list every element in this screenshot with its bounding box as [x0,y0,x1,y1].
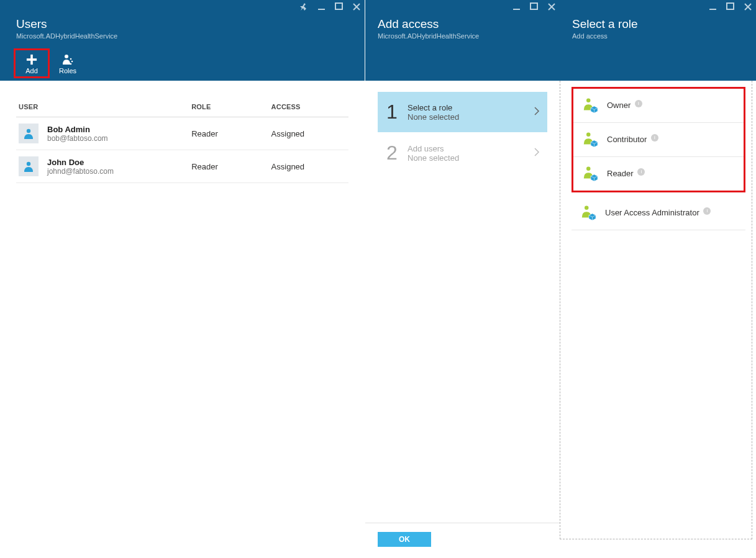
add-label: Add [25,67,38,74]
users-toolbar: Add Roles [0,46,365,81]
role-icon [582,97,598,114]
user-role: Reader [189,117,268,150]
step-number: 2 [386,142,408,164]
blade-title: Users [16,17,353,31]
blade-subtitle: Microsoft.ADHybridHealthService [365,32,560,81]
role-label: Contributor [607,135,647,144]
roles-label: Roles [59,67,76,74]
window-controls [365,0,560,14]
info-icon[interactable]: i [703,207,711,215]
avatar [19,124,39,143]
role-user-access-admin[interactable]: User Access Administrator i [572,196,745,230]
plus-icon [26,52,37,67]
info-icon[interactable]: i [635,100,642,107]
maximize-icon[interactable] [530,2,539,11]
role-reader[interactable]: Reader i [573,157,744,191]
user-name: John Doe [47,158,114,167]
roles-button[interactable]: Roles [50,48,86,78]
chevron-right-icon [532,106,541,118]
add-button[interactable]: Add [14,48,50,78]
blade-title: Select a role [572,17,745,31]
maximize-icon[interactable] [335,2,344,11]
close-icon[interactable] [744,2,752,11]
role-highlight: Owner i Contributor i Reader i [572,87,745,192]
window-controls [0,0,365,14]
info-icon[interactable]: i [637,168,645,176]
chevron-right-icon [532,147,541,159]
close-icon[interactable] [352,2,361,11]
role-label: Reader [607,169,634,178]
role-icon [582,166,598,182]
step-value: None selected [408,153,459,163]
ok-row: OK [365,523,560,558]
window-controls [560,0,756,14]
user-access: Assigned [269,150,348,183]
steps: 1 Select a role None selected 2 Add user… [365,81,560,523]
maximize-icon[interactable] [726,2,735,11]
user-email: johnd@fabtoso.com [47,167,114,176]
role-icon [582,132,598,148]
table-row[interactable]: Bob Admin bob@fabtoso.com Reader Assigne… [16,117,348,150]
role-label: Owner [607,101,631,110]
users-table-wrap: USER ROLE ACCESS Bob Admin bob@fabtoso.c… [0,81,365,183]
col-access: ACCESS [269,98,348,117]
user-name: Bob Admin [47,125,108,134]
minimize-icon[interactable] [317,2,326,11]
add-access-header: Add access Microsoft.ADHybridHealthServi… [365,0,560,81]
step-select-role[interactable]: 1 Select a role None selected [378,92,547,133]
select-role-header: Select a role Add access [560,0,756,81]
blade-subtitle: Add access [560,32,756,81]
table-row[interactable]: John Doe johnd@fabtoso.com Reader Assign… [16,150,348,183]
step-label: Select a role [408,103,459,112]
col-role: ROLE [189,98,268,117]
roles-icon [61,52,74,67]
users-blade: Users Microsoft.ADHybridHealthService Ad… [0,0,365,558]
users-table: USER ROLE ACCESS Bob Admin bob@fabtoso.c… [16,98,348,183]
col-user: USER [16,98,189,117]
step-value: None selected [408,112,459,122]
step-add-users[interactable]: 2 Add users None selected [378,133,547,174]
minimize-icon[interactable] [512,2,521,11]
step-label: Add users [408,144,459,153]
blade-title: Add access [378,17,549,31]
close-icon[interactable] [547,2,556,11]
add-access-blade: Add access Microsoft.ADHybridHealthServi… [365,0,560,558]
user-access: Assigned [269,117,348,150]
role-owner[interactable]: Owner i [573,89,744,123]
users-header: Users Microsoft.ADHybridHealthService Ad… [0,0,365,81]
user-role: Reader [189,150,268,183]
blade-subtitle: Microsoft.ADHybridHealthService [0,32,365,46]
select-role-blade: Select a role Add access Owner i Contrib… [560,0,756,558]
info-icon[interactable]: i [651,134,658,142]
role-label: User Access Administrator [605,208,699,217]
user-email: bob@fabtoso.com [47,134,108,143]
ok-button[interactable]: OK [378,532,431,547]
role-contributor[interactable]: Contributor i [573,123,744,157]
role-body: Owner i Contributor i Reader i [560,81,752,539]
minimize-icon[interactable] [709,2,717,11]
avatar [19,156,39,176]
pin-icon[interactable] [300,2,309,11]
step-number: 1 [386,101,408,124]
role-icon [580,205,596,221]
